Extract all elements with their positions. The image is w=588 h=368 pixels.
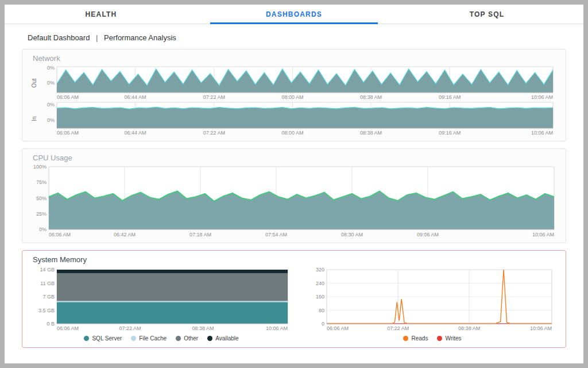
legend-item-other[interactable]: Other [176,335,198,342]
network-in-chart: 06:06 AM06:44 AM07:22 AM08:00 AM08:38 AM… [40,101,555,136]
svg-text:0%: 0% [47,65,55,71]
breadcrumb: Default Dashboard | Performance Analysis [5,24,583,49]
svg-text:7 GB: 7 GB [42,294,55,300]
svg-text:06:44 AM: 06:44 AM [124,94,146,100]
cpu-row: 06:06 AM06:42 AM07:18 AM07:54 AM08:30 AM… [28,164,560,238]
network-out-chart: 06:06 AM06:44 AM07:22 AM08:00 AM08:38 AM… [40,65,555,101]
cpu-panel: CPU Usage 06:06 AM06:42 AM07:18 AM07:54 … [22,148,566,243]
svg-text:08:00 AM: 08:00 AM [281,130,303,136]
cpu-usage-chart: 06:06 AM06:42 AM07:18 AM07:54 AM08:30 AM… [28,164,556,238]
svg-text:0%: 0% [47,102,55,108]
tab-top-sql-label: TOP SQL [470,10,505,18]
svg-text:06:06 AM: 06:06 AM [57,130,79,136]
svg-text:25%: 25% [36,211,47,217]
svg-text:06:06 AM: 06:06 AM [327,325,349,331]
memory-usage-legend: SQL Server File Cache Other Available [84,335,238,342]
legend-label: SQL Server [92,335,122,342]
svg-text:10:06 AM: 10:06 AM [531,130,553,136]
svg-text:100%: 100% [33,164,47,170]
svg-text:10:06 AM: 10:06 AM [532,232,554,237]
tab-top-sql[interactable]: TOP SQL [390,5,583,24]
svg-text:06:42 AM: 06:42 AM [114,232,136,237]
svg-text:08:38 AM: 08:38 AM [458,325,480,331]
legend-item-available[interactable]: Available [207,335,238,342]
legend-item-reads[interactable]: Reads [403,335,428,342]
svg-text:14 GB: 14 GB [40,267,55,273]
legend-label: Other [184,335,198,342]
svg-text:08:30 AM: 08:30 AM [341,232,363,237]
svg-text:10:06 AM: 10:06 AM [531,94,553,100]
svg-text:06:06 AM: 06:06 AM [49,232,71,237]
system-memory-panel: System Memory 06:06 AM07:22 AM08:38 AM10… [22,250,566,348]
reads-writes-chart: 06:06 AM07:22 AM08:38 AM10:06 AM32024016… [310,267,555,332]
reads-writes-legend: Reads Writes [403,335,461,342]
tab-health-label: HEALTH [86,10,117,18]
svg-text:08:38 AM: 08:38 AM [360,94,382,100]
svg-text:07:22 AM: 07:22 AM [119,325,141,331]
breadcrumb-separator: | [96,33,98,42]
svg-text:10:06 AM: 10:06 AM [266,325,288,331]
svg-text:240: 240 [316,281,324,286]
svg-text:06:44 AM: 06:44 AM [124,130,146,136]
svg-text:08:38 AM: 08:38 AM [192,325,214,331]
svg-text:07:54 AM: 07:54 AM [265,232,287,237]
breadcrumb-page: Performance Analysis [104,33,176,42]
legend-item-sql-server[interactable]: SQL Server [84,335,122,342]
legend-item-file-cache[interactable]: File Cache [131,335,167,342]
svg-text:0%: 0% [47,80,55,86]
svg-text:08:00 AM: 08:00 AM [281,94,303,100]
svg-text:0%: 0% [47,117,55,123]
svg-text:0%: 0% [39,227,47,232]
svg-text:09:16 AM: 09:16 AM [439,94,461,100]
network-out-row: Out 06:06 AM06:44 AM07:22 AM08:00 AM08:3… [28,65,560,101]
svg-text:07:22 AM: 07:22 AM [203,94,225,100]
network-out-axis-label: Out [28,80,40,86]
app-window: HEALTH DASHBOARDS TOP SQL Default Dashbo… [5,5,583,363]
sql-server-dot-icon [84,336,89,341]
system-memory-panel-title: System Memory [33,255,560,264]
svg-text:3.5 GB: 3.5 GB [38,308,55,313]
tab-dashboards[interactable]: DASHBOARDS [198,5,390,24]
svg-text:75%: 75% [36,179,47,185]
legend-item-writes[interactable]: Writes [437,335,461,342]
svg-text:09:16 AM: 09:16 AM [439,130,461,136]
tab-bar: HEALTH DASHBOARDS TOP SQL [5,5,583,24]
network-panel: Network Out 06:06 AM06:44 AM07:22 AM08:0… [22,49,566,141]
memory-usage-chart: 06:06 AM07:22 AM08:38 AM10:06 AM14 GB11 … [33,267,290,332]
legend-label: File Cache [139,335,167,342]
svg-text:09:06 AM: 09:06 AM [417,232,439,237]
network-in-axis-label: In [28,116,40,122]
svg-text:08:38 AM: 08:38 AM [360,130,382,136]
svg-text:06:06 AM: 06:06 AM [57,94,79,100]
available-dot-icon [207,336,212,341]
other-dot-icon [176,336,181,341]
svg-text:06:06 AM: 06:06 AM [57,325,79,331]
legend-label: Reads [411,335,428,342]
svg-text:320: 320 [316,267,324,273]
svg-text:10:06 AM: 10:06 AM [530,325,552,331]
svg-text:11 GB: 11 GB [40,281,55,286]
memory-charts-row: 06:06 AM07:22 AM08:38 AM10:06 AM14 GB11 … [28,266,560,342]
svg-text:160: 160 [316,294,324,300]
breadcrumb-dashboard[interactable]: Default Dashboard [28,33,90,42]
svg-text:80: 80 [319,308,324,313]
svg-text:50%: 50% [36,195,47,201]
network-panel-title: Network [33,54,560,63]
svg-text:07:18 AM: 07:18 AM [189,232,211,237]
svg-text:0: 0 [322,321,324,327]
file-cache-dot-icon [131,336,136,341]
writes-dot-icon [437,336,442,341]
tab-dashboards-label: DASHBOARDS [266,10,322,18]
svg-text:07:22 AM: 07:22 AM [387,325,409,331]
legend-label: Writes [445,335,461,342]
tab-health[interactable]: HEALTH [5,5,198,24]
disk-io-column: 06:06 AM07:22 AM08:38 AM10:06 AM32024016… [310,267,555,342]
reads-dot-icon [403,336,408,341]
network-in-row: In 06:06 AM06:44 AM07:22 AM08:00 AM08:38… [28,101,560,136]
memory-usage-column: 06:06 AM07:22 AM08:38 AM10:06 AM14 GB11 … [33,267,290,342]
svg-text:07:22 AM: 07:22 AM [203,130,225,136]
svg-text:0 B: 0 B [47,321,55,327]
legend-label: Available [215,335,238,342]
cpu-panel-title: CPU Usage [33,154,560,162]
